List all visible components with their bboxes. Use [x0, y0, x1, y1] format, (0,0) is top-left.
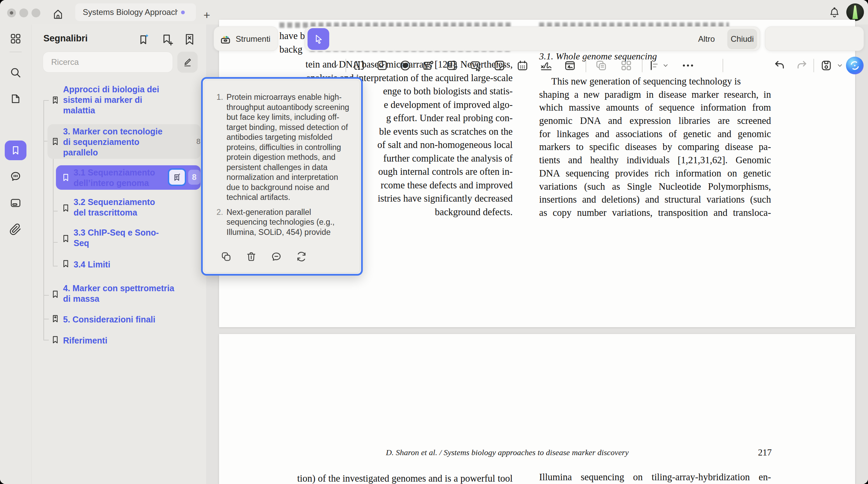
bookmark-label: Riferimenti	[63, 335, 185, 346]
comments-icon[interactable]	[9, 170, 22, 183]
apps-grid-icon[interactable]	[9, 32, 22, 45]
paper-text-fragment: backg	[279, 43, 302, 56]
new-tab-button[interactable]: +	[201, 10, 212, 20]
document-tab[interactable]: Systems Biology Approach	[75, 3, 196, 21]
checkbox-tool-icon[interactable]	[375, 59, 389, 72]
toolbar-divider	[346, 59, 346, 72]
note-number: 2.	[214, 207, 226, 238]
image-field-tool-icon[interactable]	[493, 59, 506, 72]
annotations-card-icon[interactable]	[9, 196, 22, 210]
more-dots-icon[interactable]	[680, 61, 695, 70]
pdf-page-2[interactable]: D. Sharon et al. / Systems biology appro…	[219, 334, 855, 484]
tree-stub	[53, 211, 58, 211]
bookmark-item-selected[interactable]: 3.1 Sequenziamento dell’intero genoma 8	[56, 165, 201, 190]
notifications-bell-icon[interactable]	[828, 6, 841, 20]
alignment-chevron-icon[interactable]	[662, 61, 670, 70]
add-bookmark-icon[interactable]	[160, 33, 174, 46]
bookmarks-tab-active[interactable]	[5, 141, 26, 160]
paper-text-line: genomic DNA and expression libraries are…	[539, 115, 771, 129]
stamp-field-tool-icon[interactable]	[563, 59, 577, 72]
history-save-group	[765, 26, 864, 51]
bookmark-icon	[61, 234, 71, 244]
duplicate-tool-icon[interactable]	[594, 59, 608, 72]
page-badge-selected: 8	[188, 170, 200, 185]
attachments-paperclip-icon[interactable]	[9, 223, 22, 236]
multi-select-tool-icon[interactable]	[619, 59, 633, 72]
ai-note-popup[interactable]: 1. Protein microarrays enable high-throu…	[201, 77, 363, 276]
copy-icon[interactable]	[220, 250, 233, 263]
save-chevron-icon[interactable]	[836, 61, 844, 70]
avatar-art	[852, 5, 858, 19]
tools-group[interactable]: Strumenti	[214, 26, 278, 51]
tree-stub	[43, 319, 49, 319]
bookmark-label: 3.2 Sequenziamento del trascrittoma	[74, 197, 169, 218]
ai-bookmark-icon[interactable]	[137, 33, 151, 46]
radio-button-tool-icon[interactable]	[398, 59, 412, 72]
select-tool-active[interactable]	[308, 28, 329, 50]
paper-text-line: shaping a new paradigm in disease marker…	[539, 89, 771, 103]
app-window: Systems Biology Approach +	[0, 0, 868, 484]
app-screen: Systems Biology Approach +	[0, 0, 868, 484]
ai-note-badge-button[interactable]	[168, 168, 186, 186]
alignment-tool-icon[interactable]	[648, 59, 662, 72]
signature-field-tool-icon[interactable]	[539, 59, 553, 72]
note-text: Protein microarrays enable high-throughp…	[226, 92, 349, 203]
bookmark-label: 3.1 Sequenziamento dell’intero genoma	[74, 167, 162, 188]
paper-text-line: which massive amounts of sequence inform…	[539, 102, 771, 115]
tree-stub	[43, 295, 49, 296]
paper-text-line: for linkages and associations of genetic…	[539, 129, 771, 142]
note-list: 1. Protein microarrays enable high-throu…	[214, 92, 349, 237]
bookmark-icon	[50, 335, 60, 345]
comment-icon[interactable]	[270, 250, 283, 263]
bookmark-search-field[interactable]: Ricerca	[43, 52, 173, 73]
save-icon[interactable]	[820, 59, 833, 72]
more-button[interactable]: Altro	[698, 34, 715, 44]
bookmark-expand-icon[interactable]	[50, 314, 60, 324]
window-close-button[interactable]	[7, 8, 16, 17]
window-minimize-button[interactable]	[19, 8, 28, 17]
toolbar-divider	[723, 59, 723, 72]
paper-text-line: This new generation of sequencing techno…	[539, 76, 771, 89]
list-box-tool-icon[interactable]	[445, 59, 459, 72]
push-button-tool-icon[interactable]: OK	[469, 59, 482, 72]
pages-icon[interactable]	[9, 92, 22, 106]
paper-text-fragment: have b	[279, 29, 305, 43]
undo-icon[interactable]	[773, 59, 786, 72]
bookmark-label: 3.3 ChIP-Seq e Sono-Seq	[74, 227, 169, 248]
close-button[interactable]: Chiudi	[727, 29, 757, 49]
regenerate-icon[interactable]	[295, 250, 308, 263]
toolbox-icon	[219, 32, 232, 46]
close-button-label: Chiudi	[731, 34, 754, 44]
toolbar-divider	[813, 59, 814, 72]
tree-stub	[53, 242, 58, 243]
bookmark-label: 3. Marker con tecnologie di sequenziamen…	[63, 126, 172, 158]
redo-icon[interactable]	[795, 59, 809, 72]
window-zoom-button[interactable]	[32, 8, 40, 17]
bookmark-item-hover[interactable]: 3. Marker con tecnologie di sequenziamen…	[47, 124, 201, 159]
bookmark-icon	[61, 172, 71, 183]
edit-bookmarks-button[interactable]	[177, 52, 198, 73]
remove-bookmark-icon[interactable]	[183, 33, 196, 46]
bookmark-collapse-icon[interactable]	[50, 136, 60, 147]
user-avatar[interactable]	[846, 3, 864, 21]
home-icon[interactable]	[51, 7, 65, 21]
bookmark-expand-icon[interactable]	[50, 95, 60, 105]
date-field-tool-icon[interactable]	[516, 59, 529, 72]
delete-icon[interactable]	[245, 250, 258, 263]
dropdown-field-tool-icon[interactable]	[421, 59, 435, 72]
toolbar-divider	[642, 59, 643, 72]
note-actions	[220, 250, 308, 263]
ai-assistant-orb[interactable]	[846, 57, 864, 74]
paper-text-line: markers to specific diseases by comparin…	[539, 142, 771, 155]
ai-note-bookmark-icon	[169, 170, 185, 185]
select-tool-chevron-icon[interactable]	[332, 61, 340, 70]
sidebar-title: Segnalibri	[43, 33, 88, 44]
search-icon[interactable]	[9, 66, 22, 79]
tree-line-sub	[53, 159, 54, 266]
paper-text-line: Illumina sequencing on tiling-array-hybr…	[539, 472, 771, 484]
tree-stub	[53, 266, 58, 266]
search-placeholder: Ricerca	[51, 57, 79, 67]
paper-text-line: variations (such as Single Nucleotide Po…	[539, 181, 771, 194]
bookmark-label: 5. Considerazioni finali	[63, 314, 185, 325]
text-field-tool-icon[interactable]	[352, 59, 366, 72]
